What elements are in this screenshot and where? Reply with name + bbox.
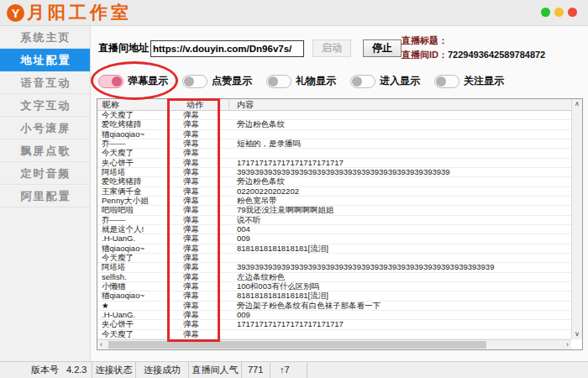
version-value: 4.2.3 <box>66 365 87 375</box>
scroll-left-icon[interactable]: ‹ <box>100 340 102 349</box>
cell-content: 02200220202202 <box>229 187 571 196</box>
cell-content <box>229 330 571 339</box>
cell-action: 弹幕 <box>169 302 229 310</box>
cell-content: 说不听 <box>229 216 571 224</box>
cell-nickname: selfish. <box>97 273 169 281</box>
sidebar-item-voice-interact[interactable]: 语音互动 <box>0 71 90 94</box>
cell-nickname: ★ <box>97 302 169 310</box>
cell-action: 弹幕 <box>169 244 229 253</box>
sidebar-item-home[interactable]: 系统主页 <box>0 26 90 49</box>
table-row: 今天瘦了弹幕 <box>97 111 571 120</box>
gift-display-toggle[interactable] <box>266 75 291 88</box>
cell-content: 粉色宽吊带 <box>229 197 571 205</box>
danmaku-display-toggle[interactable] <box>98 75 123 88</box>
danmaku-display-label: 弹幕显示 <box>128 74 168 88</box>
scroll-right-icon[interactable]: › <box>566 340 569 349</box>
enter-display-toggle[interactable] <box>350 75 375 88</box>
horizontal-scrollbar[interactable]: ‹ › <box>97 339 571 349</box>
maximize-button[interactable] <box>541 8 550 17</box>
cell-content: 左边条纹粉色 <box>229 273 571 281</box>
table-row: 吧啦吧啦弹幕79我还没注意啊啊啊啊姐姐 <box>97 206 571 215</box>
cell-nickname: .H-UanG. <box>97 311 169 319</box>
title-bar: Y 月阳工作室 <box>0 0 588 26</box>
toggle-group-follow-display: 关注显示 <box>434 74 518 88</box>
room-url-label: 直播间地址 <box>98 41 149 55</box>
live-info: 直播标题： 直播间ID：7229493642589784872 <box>402 34 545 62</box>
column-header-content[interactable]: 内容 <box>229 99 582 110</box>
cell-content: 3939393939393939393939393939393939393939… <box>229 263 571 271</box>
close-button[interactable] <box>568 8 577 17</box>
cell-nickname: 阿塔塔 <box>97 168 169 176</box>
table-row: 乔——弹幕短袖的，是录播吗 <box>97 139 571 149</box>
sidebar-item-address-config[interactable]: 地址配置 <box>0 49 90 71</box>
cell-nickname: 小懒猫 <box>97 282 169 291</box>
cell-content <box>229 111 571 119</box>
cell-nickname: 今天瘦了 <box>97 111 169 119</box>
table-row: 猫qiaoqiao~弹幕 <box>97 130 571 139</box>
start-button[interactable]: 启动 <box>312 39 351 57</box>
sidebar-item-ali-config[interactable]: 阿里配置 <box>0 185 90 207</box>
cell-content: 短袖的，是录播吗 <box>229 139 571 148</box>
follow-display-toggle[interactable] <box>434 75 459 88</box>
table-row: ★弹幕旁边架子粉色条纹有白色袜子那条看一下 <box>97 302 571 311</box>
version-label: 版本号 <box>31 365 59 375</box>
cell-content: 8181818181818181[流泪] <box>229 244 571 253</box>
table-row: 猫qiaoqiao~弹幕8181818181818181[流泪] <box>97 291 571 301</box>
stop-button[interactable]: 停止 <box>363 39 402 57</box>
sidebar-item-float-song[interactable]: 飘屏点歌 <box>0 139 90 162</box>
cell-action: 弹幕 <box>169 273 229 281</box>
sidebar-item-alt-account-scroll[interactable]: 小号滚屏 <box>0 117 90 139</box>
app-window: Y 月阳工作室 系统主页地址配置语音互动文字互动小号滚屏飘屏点歌定时音频阿里配置… <box>0 0 588 378</box>
minimize-button[interactable] <box>554 8 564 17</box>
toggle-knob-icon <box>436 76 446 87</box>
cell-nickname: 猫qiaoqiao~ <box>97 130 169 139</box>
cell-action: 弹幕 <box>169 187 229 196</box>
toggle-group-gift-display: 礼物显示 <box>266 74 350 88</box>
like-display-toggle[interactable] <box>182 75 207 88</box>
cell-content: 旁边架子粉色条纹有白色袜子那条看一下 <box>229 302 571 310</box>
live-title-label: 直播标题： <box>402 35 448 45</box>
cell-action: 弹幕 <box>169 291 229 300</box>
cell-action: 弹幕 <box>169 149 229 157</box>
table-row: 爱吃烤猪蹄弹幕旁边粉色条纹 <box>97 177 571 186</box>
live-room-id-label: 直播间ID： <box>402 50 448 60</box>
app-logo-icon: Y <box>7 4 24 22</box>
cell-action: 弹幕 <box>169 159 229 167</box>
vertical-scrollbar[interactable]: ∧ ∨ <box>571 99 582 339</box>
table-row: 夹心饼干弹幕171717171717171717171717 <box>97 320 571 329</box>
cell-nickname: 就是这个人! <box>97 225 169 234</box>
cell-content: 004 <box>229 225 571 234</box>
connection-status-label: 连接状态 <box>92 362 136 378</box>
table-body: 今天瘦了弹幕爱吃烤猪蹄弹幕旁边粉色条纹猫qiaoqiao~弹幕乔——弹幕短袖的，… <box>97 111 571 339</box>
cell-content: 8181818181818181[流泪] <box>229 291 571 300</box>
table-row: .H-UanG.弹幕009 <box>97 234 571 244</box>
column-header-nickname[interactable]: 昵称 <box>97 99 169 110</box>
table-row: 爱吃烤猪蹄弹幕旁边粉色条纹 <box>97 120 571 129</box>
scroll-down-icon[interactable]: ∨ <box>572 330 582 339</box>
table-row: 乔——弹幕说不听 <box>97 216 571 225</box>
cell-nickname: .H-UanG. <box>97 234 169 243</box>
toggles-row: 弹幕显示点赞显示礼物显示进入显示关注显示 <box>98 74 518 88</box>
connection-status-value: 连接成功 <box>136 362 189 378</box>
cell-nickname: 爱吃烤猪蹄 <box>97 120 169 129</box>
cell-nickname: 猫qiaoqiao~ <box>97 291 169 300</box>
popularity-value: 771 <box>242 362 270 378</box>
cell-content: 旁边粉色条纹 <box>229 177 571 186</box>
cell-action: 弹幕 <box>169 234 229 243</box>
cell-action: 弹幕 <box>169 254 229 262</box>
cell-action: 弹幕 <box>169 139 229 148</box>
sidebar-item-text-interact[interactable]: 文字互动 <box>0 94 90 117</box>
cell-action: 弹幕 <box>169 168 229 176</box>
h-scroll-thumb[interactable] <box>108 341 486 349</box>
cell-nickname: 乔—— <box>97 216 169 224</box>
follow-display-label: 关注显示 <box>464 74 504 88</box>
column-header-action[interactable]: 动作 <box>169 99 229 110</box>
toggle-knob-icon <box>352 76 362 87</box>
table-row: .H-UanG.弹幕009 <box>97 311 571 320</box>
cell-content <box>229 130 571 139</box>
room-url-input[interactable] <box>150 40 304 57</box>
cell-nickname: 今天瘦了 <box>97 149 169 157</box>
scroll-up-icon[interactable]: ∧ <box>572 100 582 108</box>
statusbar-filler <box>307 362 588 378</box>
sidebar-item-timed-audio[interactable]: 定时音频 <box>0 162 90 185</box>
